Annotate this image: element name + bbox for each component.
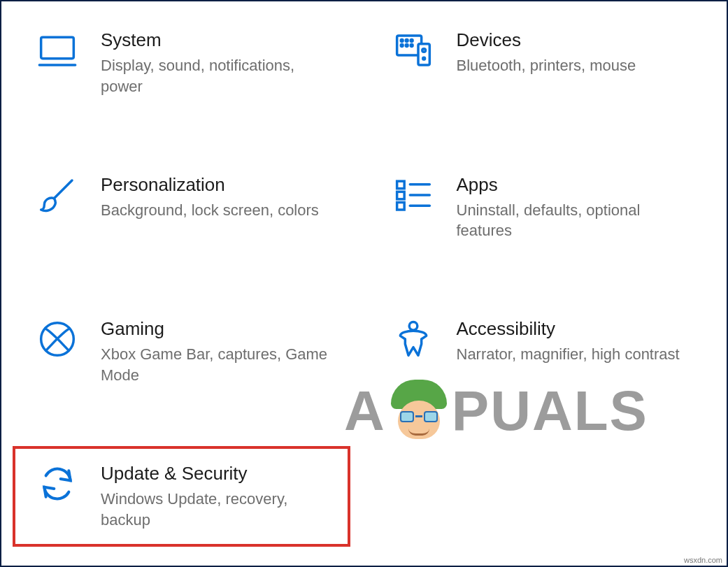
svg-rect-16 bbox=[397, 202, 404, 210]
tile-description: Display, sound, notifications, power bbox=[101, 55, 336, 96]
tile-description: Bluetooth, printers, mouse bbox=[457, 55, 692, 76]
tile-text: DevicesBluetooth, printers, mouse bbox=[457, 29, 706, 76]
settings-tile-update-security[interactable]: Update & SecurityWindows Update, recover… bbox=[13, 446, 350, 547]
svg-rect-0 bbox=[41, 37, 74, 58]
tile-title: Update & Security bbox=[101, 463, 327, 485]
svg-rect-9 bbox=[418, 44, 429, 65]
settings-tile-apps[interactable]: AppsUninstall, defaults, optional featur… bbox=[371, 167, 713, 249]
svg-point-11 bbox=[422, 57, 424, 59]
tile-description: Uninstall, defaults, optional features bbox=[457, 200, 692, 241]
tile-description: Xbox Game Bar, captures, Game Mode bbox=[101, 344, 336, 385]
attribution-text: wsxdn.com bbox=[684, 556, 722, 564]
tile-title: Devices bbox=[457, 29, 692, 51]
brush-icon bbox=[36, 174, 78, 215]
apps-list-icon bbox=[392, 174, 434, 215]
tile-text: AppsUninstall, defaults, optional featur… bbox=[457, 174, 706, 242]
settings-tile-system[interactable]: SystemDisplay, sound, notifications, pow… bbox=[15, 22, 357, 104]
tile-text: GamingXbox Game Bar, captures, Game Mode bbox=[101, 318, 350, 386]
settings-tile-devices[interactable]: DevicesBluetooth, printers, mouse bbox=[371, 22, 713, 104]
tile-text: Update & SecurityWindows Update, recover… bbox=[101, 463, 341, 531]
tile-text: AccessibilityNarrator, magnifier, high c… bbox=[457, 318, 706, 365]
tile-description: Background, lock screen, colors bbox=[101, 200, 336, 221]
svg-point-5 bbox=[411, 40, 413, 42]
svg-point-8 bbox=[411, 45, 413, 47]
tile-description: Windows Update, recovery, backup bbox=[101, 489, 327, 530]
xbox-icon bbox=[36, 318, 78, 359]
tile-text: SystemDisplay, sound, notifications, pow… bbox=[101, 29, 350, 97]
settings-tile-personalization[interactable]: PersonalizationBackground, lock screen, … bbox=[15, 167, 357, 249]
devices-icon bbox=[392, 29, 434, 70]
svg-rect-14 bbox=[397, 192, 404, 199]
svg-point-4 bbox=[406, 40, 408, 42]
tile-title: Personalization bbox=[101, 174, 336, 196]
tile-title: Gaming bbox=[101, 318, 336, 340]
svg-point-3 bbox=[401, 40, 403, 42]
monitor-icon bbox=[36, 29, 78, 70]
svg-point-7 bbox=[406, 45, 408, 47]
tile-text: PersonalizationBackground, lock screen, … bbox=[101, 174, 350, 221]
settings-tile-accessibility[interactable]: AccessibilityNarrator, magnifier, high c… bbox=[371, 311, 713, 393]
svg-point-19 bbox=[409, 322, 417, 331]
settings-tile-gaming[interactable]: GamingXbox Game Bar, captures, Game Mode bbox=[15, 311, 357, 393]
svg-point-6 bbox=[401, 45, 403, 47]
tile-description: Narrator, magnifier, high contrast bbox=[457, 344, 692, 365]
person-icon bbox=[392, 318, 434, 359]
tile-title: Accessibility bbox=[457, 318, 692, 340]
sync-icon bbox=[36, 463, 78, 503]
tile-title: System bbox=[101, 29, 336, 51]
svg-rect-12 bbox=[397, 181, 404, 189]
tile-title: Apps bbox=[457, 174, 692, 196]
